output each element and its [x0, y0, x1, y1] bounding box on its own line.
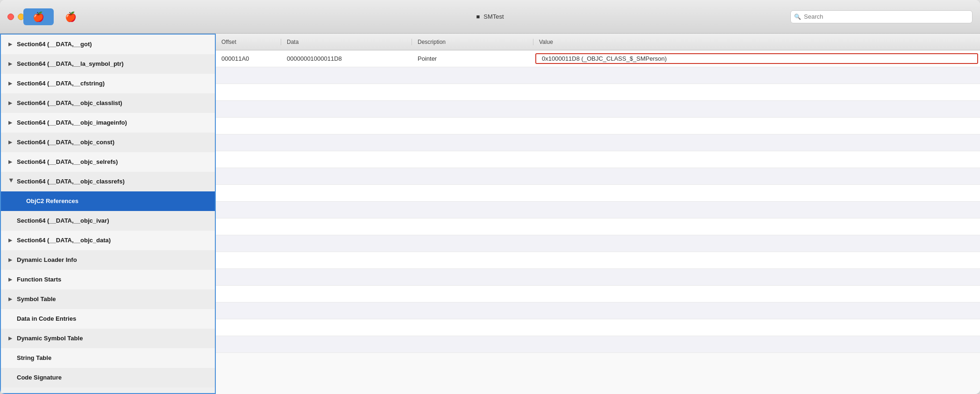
arrow-icon: ▶	[8, 61, 14, 66]
table-row-empty	[216, 185, 980, 202]
sidebar-item-label: Function Starts	[17, 276, 61, 283]
sidebar-item-s14[interactable]: ▶Symbol Table	[1, 289, 215, 309]
sidebar-item-label: ObjC2 References	[26, 197, 78, 204]
table-row-empty	[216, 134, 980, 151]
table-row-empty	[216, 84, 980, 101]
tabbar: 🍎 🍎	[23, 8, 86, 25]
sidebar-item-label: Section64 (__DATA,__objc_data)	[17, 237, 111, 244]
table-body: 000011A000000001000011D8Pointer0x1000011…	[216, 50, 980, 394]
arrow-icon: ▶	[8, 120, 14, 125]
cell-offset: 000011A0	[216, 55, 281, 62]
search-container: 🔍	[790, 10, 973, 23]
table-row-empty	[216, 202, 980, 218]
sidebar-item-label: Section64 (__DATA,__la_symbol_ptr)	[17, 60, 124, 67]
sidebar-item-s11[interactable]: ▶Section64 (__DATA,__objc_data)	[1, 231, 215, 250]
sidebar-item-s8[interactable]: ▶Section64 (__DATA,__objc_classrefs)	[1, 172, 215, 191]
sidebar-item-s5[interactable]: ▶Section64 (__DATA,__objc_imageinfo)	[1, 113, 215, 133]
sidebar-item-s18[interactable]: Code Signature	[1, 368, 215, 387]
arrow-icon: ▶	[8, 159, 14, 164]
search-wrapper: 🔍	[790, 10, 973, 23]
col-description-header: Description	[412, 39, 533, 45]
table-header: Offset Data Description Value	[216, 34, 980, 50]
arrow-placeholder	[18, 198, 23, 204]
cell-data: 00000001000011D8	[281, 55, 412, 62]
sidebar-item-s13[interactable]: ▶Function Starts	[1, 270, 215, 289]
table-row[interactable]: 000011A000000001000011D8Pointer0x1000011…	[216, 50, 980, 67]
sidebar-item-label: Symbol Table	[17, 296, 56, 303]
sidebar-item-s7[interactable]: ▶Section64 (__DATA,__objc_selrefs)	[1, 152, 215, 172]
cell-description: Pointer	[412, 55, 533, 62]
table-row-empty	[216, 101, 980, 118]
sidebar-item-s17[interactable]: String Table	[1, 348, 215, 368]
arrow-placeholder	[8, 355, 14, 360]
tab-1[interactable]: 🍎	[23, 8, 54, 25]
col-value-header: Value	[533, 39, 980, 45]
table-row-empty	[216, 303, 980, 319]
sidebar-item-label: Dynamic Loader Info	[17, 256, 77, 263]
main-window: 🍎 🍎 ■ SMTest 🔍 ▶Section64 (__DATA,__got)…	[0, 0, 980, 394]
tab-2-emoji: 🍎	[65, 11, 77, 22]
sidebar-item-label: String Table	[17, 354, 51, 361]
sidebar-item-label: Section64 (__DATA,__objc_imageinfo)	[17, 119, 127, 126]
sidebar-item-s1[interactable]: ▶Section64 (__DATA,__got)	[1, 35, 215, 54]
window-title: SMTest	[483, 13, 504, 20]
sidebar-item-s3[interactable]: ▶Section64 (__DATA,__cfstring)	[1, 74, 215, 93]
search-icon: 🔍	[794, 14, 801, 20]
arrow-placeholder	[8, 316, 14, 321]
sidebar-item-s6[interactable]: ▶Section64 (__DATA,__objc_const)	[1, 133, 215, 152]
table-row-empty	[216, 319, 980, 336]
sidebar-item-s10[interactable]: Section64 (__DATA,__objc_ivar)	[1, 211, 215, 231]
titlebar: 🍎 🍎 ■ SMTest 🔍	[0, 0, 980, 34]
arrow-icon: ▶	[9, 179, 14, 184]
col-offset-header: Offset	[216, 39, 281, 45]
title-icon: ■	[476, 13, 480, 20]
close-button[interactable]	[7, 14, 14, 20]
content-area: Offset Data Description Value 000011A000…	[216, 34, 980, 394]
col-data-header: Data	[281, 39, 412, 45]
table-row-empty	[216, 286, 980, 303]
sidebar-item-s2[interactable]: ▶Section64 (__DATA,__la_symbol_ptr)	[1, 54, 215, 74]
search-input[interactable]	[790, 10, 973, 23]
arrow-icon: ▶	[8, 277, 14, 282]
tab-2[interactable]: 🍎	[56, 8, 86, 25]
sidebar-item-label: Dynamic Symbol Table	[17, 335, 83, 342]
table-row-empty	[216, 235, 980, 252]
sidebar-item-label: Data in Code Entries	[17, 315, 76, 322]
sidebar-item-label: Section64 (__DATA,__objc_ivar)	[17, 217, 109, 224]
table-row-empty	[216, 151, 980, 168]
table-row-empty	[216, 218, 980, 235]
arrow-icon: ▶	[8, 42, 14, 47]
table-row-empty	[216, 118, 980, 134]
sidebar-item-s16[interactable]: ▶Dynamic Symbol Table	[1, 329, 215, 348]
sidebar-item-label: Code Signature	[17, 374, 62, 381]
sidebar-item-label: Section64 (__DATA,__objc_classlist)	[17, 99, 122, 106]
sidebar-item-label: Section64 (__DATA,__got)	[17, 41, 92, 48]
sidebar-item-s12[interactable]: ▶Dynamic Loader Info	[1, 250, 215, 270]
table-row-empty	[216, 336, 980, 353]
sidebar-item-s4[interactable]: ▶Section64 (__DATA,__objc_classlist)	[1, 93, 215, 113]
arrow-icon: ▶	[8, 81, 14, 86]
table-row-empty	[216, 67, 980, 84]
arrow-icon: ▶	[8, 100, 14, 106]
arrow-icon: ▶	[8, 140, 14, 145]
table-row-empty	[216, 168, 980, 185]
sidebar-item-s9[interactable]: ObjC2 References	[1, 191, 215, 211]
arrow-icon: ▶	[8, 336, 14, 341]
tab-1-emoji: 🍎	[33, 11, 44, 22]
sidebar: ▶Section64 (__DATA,__got)▶Section64 (__D…	[0, 34, 216, 394]
main-content: ▶Section64 (__DATA,__got)▶Section64 (__D…	[0, 34, 980, 394]
sidebar-item-label: Section64 (__DATA,__cfstring)	[17, 80, 105, 87]
table-row-empty	[216, 252, 980, 269]
arrow-icon: ▶	[8, 296, 14, 302]
cell-value: 0x1000011D8 (_OBJC_CLASS_$_SMPerson)	[535, 53, 978, 64]
table-row-empty	[216, 269, 980, 286]
sidebar-item-label: Section64 (__DATA,__objc_const)	[17, 139, 114, 146]
arrow-placeholder	[8, 375, 14, 380]
sidebar-item-label: Section64 (__DATA,__objc_selrefs)	[17, 158, 118, 165]
sidebar-item-label: Section64 (__DATA,__objc_classrefs)	[17, 178, 125, 185]
arrow-placeholder	[8, 218, 14, 223]
arrow-icon: ▶	[8, 257, 14, 262]
titlebar-center: ■ SMTest	[476, 13, 504, 20]
sidebar-item-s15[interactable]: Data in Code Entries	[1, 309, 215, 329]
arrow-icon: ▶	[8, 238, 14, 243]
